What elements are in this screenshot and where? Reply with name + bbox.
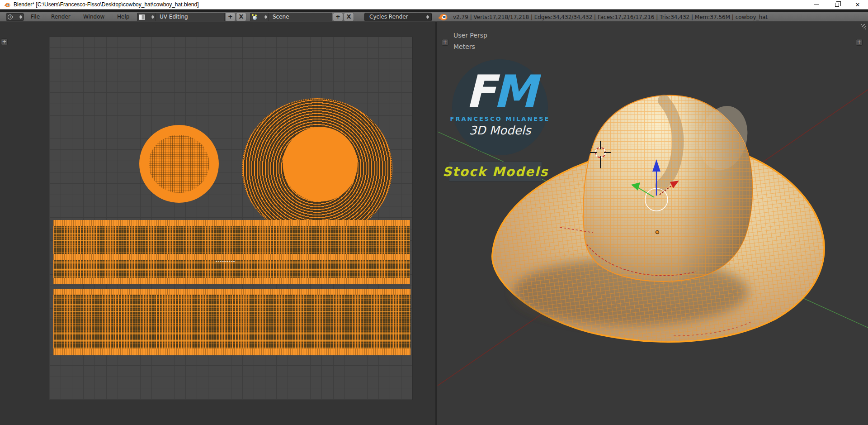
spinner-arrows-icon (264, 15, 267, 19)
uv-island-strip-2[interactable] (53, 289, 410, 355)
toolshelf-expand-button[interactable]: + (442, 39, 448, 46)
spinner-arrows-icon (19, 15, 22, 19)
add-scene-button[interactable]: + (333, 13, 343, 21)
watermark-badge: Stock Models (449, 162, 542, 181)
3d-viewport[interactable]: FM FRANCESCO MILANESE 3D Models Stock Mo… (437, 22, 868, 425)
close-button[interactable]: ✕ (847, 0, 868, 9)
spinner-arrows-icon (151, 15, 154, 19)
scene-selector: Scene + X (250, 13, 354, 21)
uv-island-edge-row (53, 289, 410, 295)
watermark-letter-f: F (466, 66, 493, 117)
uv-island-edge-row (53, 278, 410, 284)
uv-island-wire-texture (53, 289, 410, 355)
menu-render[interactable]: Render (51, 14, 71, 20)
render-engine-dropdown[interactable]: Cycles Render (364, 13, 432, 21)
uv-island-wire-texture (149, 135, 209, 192)
units-label: Meters (453, 43, 475, 50)
uv-2d-cursor-crosshair-icon (225, 252, 225, 271)
uv-2d-cursor[interactable] (216, 252, 235, 271)
blender-logo-icon (4, 1, 10, 8)
properties-expand-button[interactable]: + (856, 39, 863, 46)
watermark-initials: FM (466, 69, 534, 114)
hat-crown-wireframe (583, 96, 752, 282)
screen-layout-icon-button[interactable] (137, 13, 156, 21)
menu-file[interactable]: File (31, 14, 40, 20)
render-engine-value: Cycles Render (369, 14, 408, 20)
restore-icon (835, 3, 839, 7)
uv-island-edge-row (53, 220, 410, 226)
scene-statistics: v2.79 | Verts:17,218/17,218 | Edges:34,4… (453, 14, 768, 20)
info-header: i File Render Window Help UV Editing + X… (0, 12, 868, 22)
uv-island-brim-ring[interactable] (242, 98, 392, 239)
add-layout-button[interactable]: + (225, 13, 236, 21)
uv-island-edge-row (53, 349, 410, 355)
view-name-label: User Persp (453, 32, 487, 39)
scene-icon-button[interactable] (250, 13, 269, 21)
close-icon: ✕ (855, 2, 860, 8)
uv-island-hat-top-disc[interactable] (139, 125, 219, 203)
uv-image-editor[interactable]: + (0, 22, 435, 425)
delete-scene-button[interactable]: X (344, 13, 354, 21)
info-icon: i (8, 14, 13, 19)
cowboy-hat-model[interactable] (492, 96, 824, 342)
menu-window[interactable]: Window (83, 14, 104, 20)
screen-layout-icon (139, 14, 145, 20)
blender-window: Blender* [C:\Users\Francesco-Fisso\Deskt… (0, 0, 868, 425)
uv-toolshelf-expand-button[interactable]: + (1, 38, 8, 45)
uv-grid-canvas[interactable] (49, 37, 413, 400)
scene-icon (252, 14, 258, 20)
watermark-name: FRANCESCO MILANESE (450, 115, 550, 122)
delete-layout-button[interactable]: X (236, 13, 246, 21)
minimize-button[interactable] (806, 0, 826, 9)
uv-2d-cursor-crosshair-icon (216, 261, 235, 262)
screen-layout-name-field[interactable]: UV Editing (156, 13, 225, 21)
watermark-logo: FM FRANCESCO MILANESE 3D Models (452, 59, 548, 155)
window-title: Blender* [C:\Users\Francesco-Fisso\Deskt… (14, 1, 199, 8)
spinner-arrows-icon (426, 15, 429, 19)
watermark-badge-text: Stock Models (443, 164, 548, 179)
scene-name-field[interactable]: Scene (269, 13, 332, 21)
screen-layout-selector: UV Editing + X (137, 13, 246, 21)
titlebar[interactable]: Blender* [C:\Users\Francesco-Fisso\Deskt… (0, 0, 868, 10)
editor-type-button[interactable]: i (6, 13, 24, 21)
restore-button[interactable] (826, 0, 847, 9)
blender-logo-icon (438, 13, 448, 21)
watermark-letter-m: M (493, 66, 535, 117)
watermark-subtitle: 3D Models (469, 124, 531, 137)
minimize-icon (814, 5, 819, 5)
menu-help[interactable]: Help (117, 14, 129, 20)
